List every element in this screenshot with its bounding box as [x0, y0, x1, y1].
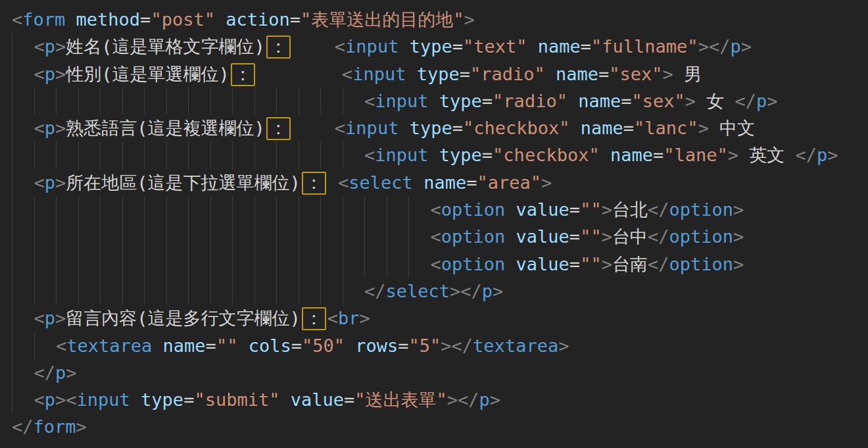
- code-line-7[interactable]: <p>所在地區(這是下拉選單欄位)： <select name="area">: [12, 169, 868, 196]
- indent-guide: [12, 196, 34, 223]
- token-attribute: value: [516, 254, 569, 274]
- indent-guide: [144, 251, 166, 278]
- indent-guide: [12, 305, 34, 332]
- token-text: [600, 145, 610, 165]
- indent-guide: [299, 87, 321, 114]
- token-operator: =: [598, 64, 609, 84]
- token-attribute: rows: [355, 336, 398, 356]
- code-line-2[interactable]: <p>姓名(這是單格文字欄位)： <input type="text" name…: [12, 33, 868, 60]
- token-operator: =: [291, 336, 302, 356]
- token-punctuation: >: [55, 172, 66, 193]
- token-punctuation: >: [733, 254, 744, 274]
- code-editor[interactable]: <form method="post" action="表單送出的目的地"><p…: [0, 0, 868, 448]
- indent-guide: [56, 196, 78, 223]
- token-punctuation: >: [698, 118, 709, 138]
- token-operator: =: [482, 145, 493, 165]
- indent-guide: [12, 61, 34, 87]
- unicode-highlight-colon: ：: [266, 36, 291, 59]
- indent-guide: [210, 196, 233, 223]
- token-punctuation: >: [360, 308, 370, 328]
- indent-guide: [166, 87, 189, 114]
- indent-guide: [34, 141, 57, 168]
- token-punctuation: >: [741, 36, 752, 57]
- token-string: "50": [302, 336, 345, 356]
- indent-guide: [254, 141, 277, 168]
- token-attribute: name: [423, 172, 466, 193]
- token-tag: input: [375, 145, 428, 165]
- indent-guide: [34, 87, 57, 114]
- code-line-8[interactable]: <option value="">台北</option>: [12, 196, 868, 223]
- token-operator: =: [569, 254, 580, 274]
- indent-guide: [166, 141, 189, 168]
- indent-guide: [254, 278, 277, 305]
- indent-guide: [122, 278, 145, 305]
- indent-guide: [78, 251, 101, 278]
- code-line-16[interactable]: </form>: [12, 413, 868, 440]
- token-attribute: value: [291, 389, 344, 410]
- indent-guide: [144, 196, 166, 223]
- code-line-10[interactable]: <option value="">台南</option>: [12, 251, 868, 278]
- token-string: "radio": [470, 64, 545, 84]
- code-line-4[interactable]: <input type="radio" name="sex"> 女 </p>: [12, 87, 868, 114]
- indent-guide: [343, 223, 365, 250]
- indent-guide: [276, 87, 299, 114]
- code-line-11[interactable]: </select></p>: [12, 278, 868, 305]
- token-string: "checkbox": [463, 118, 570, 138]
- token-tag: input: [345, 36, 398, 57]
- code-line-3[interactable]: <p>性別(這是單選欄位)： <input type="radio" name=…: [12, 61, 868, 87]
- code-line-9[interactable]: <option value="">台中</option>: [12, 223, 868, 250]
- token-text: [345, 336, 355, 356]
- token-text: 台北: [612, 199, 648, 220]
- indent-guide: [254, 87, 277, 114]
- token-string: "送出表單": [354, 389, 447, 410]
- token-text: [327, 172, 338, 193]
- token-text: [398, 118, 409, 138]
- indent-guide: [12, 223, 34, 250]
- token-punctuation: ><: [55, 389, 77, 410]
- token-punctuation: >: [558, 336, 569, 356]
- token-tag: option: [669, 226, 733, 247]
- indent-guide: [320, 223, 343, 250]
- token-string: "area": [477, 172, 541, 193]
- token-operator: =: [581, 36, 591, 57]
- token-text: 女: [696, 91, 735, 111]
- code-line-12[interactable]: <p>留言內容(這是多行文字欄位)：<br>: [12, 305, 868, 332]
- indent-guide: [12, 386, 34, 413]
- indent-guide: [34, 251, 57, 278]
- token-string: "": [580, 254, 602, 274]
- indent-guide: [320, 87, 343, 114]
- token-punctuation: >: [490, 389, 500, 410]
- token-attribute: value: [516, 199, 569, 220]
- code-line-1[interactable]: <form method="post" action="表單送出的目的地">: [12, 6, 868, 33]
- indent-guide: [343, 141, 365, 168]
- token-operator: =: [482, 91, 493, 111]
- indent-guide: [122, 87, 145, 114]
- indent-guide: [210, 87, 233, 114]
- code-line-5[interactable]: <p>熟悉語言(這是複選欄位)： <input type="checkbox" …: [12, 114, 868, 141]
- token-string: "": [580, 226, 602, 247]
- indent-guide: [254, 223, 277, 250]
- code-line-13[interactable]: <textarea name="" cols="50" rows="5"></t…: [12, 332, 868, 359]
- token-punctuation: <: [56, 336, 66, 356]
- token-punctuation: ></: [450, 281, 482, 301]
- code-line-15[interactable]: <p><input type="submit" value="送出表單"></p…: [12, 386, 868, 413]
- indent-guide: [188, 278, 210, 305]
- indent-guide: [408, 196, 431, 223]
- token-attribute: method: [76, 9, 141, 30]
- token-operator: =: [344, 389, 354, 410]
- indent-guide: [387, 196, 409, 223]
- token-operator: =: [290, 9, 301, 30]
- token-punctuation: <: [34, 308, 45, 328]
- code-line-14[interactable]: </p>: [12, 359, 868, 386]
- token-text: 中文: [709, 118, 755, 138]
- indent-guide: [299, 278, 321, 305]
- token-text: 留言內容(這是多行文字欄位): [66, 308, 301, 328]
- indent-guide: [276, 223, 299, 250]
- token-attribute: name: [578, 91, 621, 111]
- token-punctuation: <: [335, 36, 345, 57]
- indent-guide: [364, 223, 387, 250]
- indent-guide: [320, 251, 343, 278]
- token-text: [505, 226, 516, 247]
- code-line-6[interactable]: <input type="checkbox" name="lane"> 英文 <…: [12, 141, 868, 168]
- token-tag: textarea: [66, 336, 152, 356]
